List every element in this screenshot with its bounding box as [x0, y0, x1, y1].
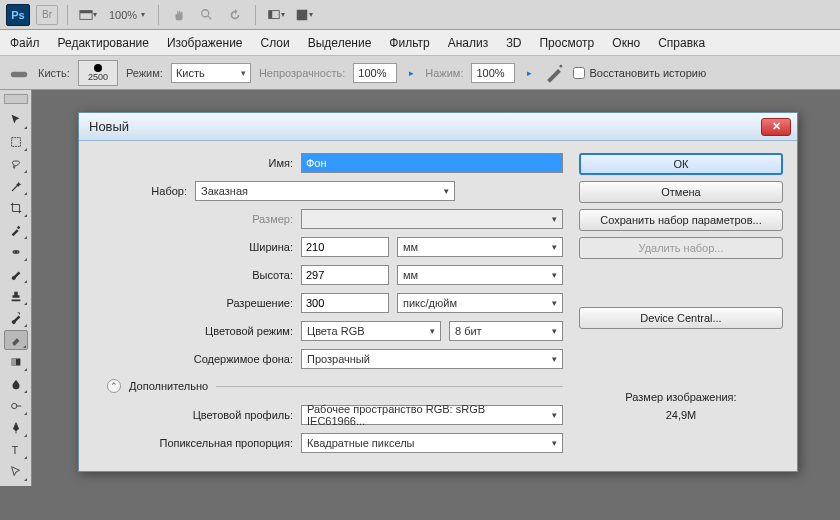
- crop-tool-icon[interactable]: [4, 198, 28, 218]
- height-input[interactable]: [301, 265, 389, 285]
- svg-text:T: T: [11, 444, 18, 456]
- svg-point-12: [17, 251, 18, 252]
- arrange-icon[interactable]: ▾: [293, 5, 315, 25]
- ok-button[interactable]: ОК: [579, 153, 783, 175]
- delete-preset-button[interactable]: Удалить набор...: [579, 237, 783, 259]
- brush-tool-icon[interactable]: [4, 264, 28, 284]
- menu-layer[interactable]: Слои: [261, 36, 290, 50]
- height-unit-select[interactable]: мм: [397, 265, 563, 285]
- cancel-button[interactable]: Отмена: [579, 181, 783, 203]
- blur-tool-icon[interactable]: [4, 374, 28, 394]
- mode-select[interactable]: Кисть: [171, 63, 251, 83]
- width-input[interactable]: [301, 237, 389, 257]
- type-tool-icon[interactable]: T: [4, 440, 28, 460]
- preset-select[interactable]: Заказная: [195, 181, 455, 201]
- close-button[interactable]: ✕: [761, 118, 791, 136]
- eraser-tool-icon[interactable]: [4, 330, 28, 350]
- advanced-toggle-icon[interactable]: ⌃: [107, 379, 121, 393]
- menu-help[interactable]: Справка: [658, 36, 705, 50]
- preset-label: Набор:: [93, 185, 187, 197]
- menu-edit[interactable]: Редактирование: [58, 36, 149, 50]
- save-preset-button[interactable]: Сохранить набор параметров...: [579, 209, 783, 231]
- restore-history-check[interactable]: Восстановить историю: [573, 67, 706, 79]
- brush-preview[interactable]: 2500: [78, 60, 118, 86]
- width-unit-select[interactable]: мм: [397, 237, 563, 257]
- new-document-dialog: Новый ✕ Имя: Набор: Заказная Размер: Шир…: [78, 112, 798, 472]
- dodge-tool-icon[interactable]: [4, 396, 28, 416]
- heal-tool-icon[interactable]: [4, 242, 28, 262]
- colormode-label: Цветовой режим:: [93, 325, 293, 337]
- image-size-label: Размер изображения:: [579, 391, 783, 403]
- bgcontents-label: Содержимое фона:: [93, 353, 293, 365]
- current-tool-icon[interactable]: [8, 63, 30, 83]
- eyedropper-tool-icon[interactable]: [4, 220, 28, 240]
- image-size-value: 24,9M: [579, 409, 783, 421]
- tool-panel-grip[interactable]: [4, 94, 28, 104]
- pixelratio-select[interactable]: Квадратные пикселы: [301, 433, 563, 453]
- pressure-label: Нажим:: [425, 67, 463, 79]
- pen-tool-icon[interactable]: [4, 418, 28, 438]
- app-logo-ps[interactable]: Ps: [6, 4, 30, 26]
- advanced-label: Дополнительно: [129, 380, 208, 392]
- opacity-value[interactable]: 100%: [353, 63, 397, 83]
- pressure-value[interactable]: 100%: [471, 63, 515, 83]
- app-logo-bridge[interactable]: Br: [36, 5, 58, 25]
- colordepth-select[interactable]: 8 бит: [449, 321, 563, 341]
- pressure-arrow-icon[interactable]: ▸: [523, 63, 535, 83]
- svg-rect-14: [11, 359, 15, 366]
- zoom-icon[interactable]: [196, 5, 218, 25]
- menu-bar: Файл Редактирование Изображение Слои Выд…: [0, 30, 840, 56]
- svg-rect-1: [80, 10, 92, 13]
- svg-rect-9: [11, 138, 20, 147]
- height-label: Высота:: [93, 269, 293, 281]
- brush-label: Кисть:: [38, 67, 70, 79]
- svg-rect-10: [12, 250, 19, 254]
- svg-point-11: [13, 251, 14, 252]
- menu-file[interactable]: Файл: [10, 36, 40, 50]
- lasso-tool-icon[interactable]: [4, 154, 28, 174]
- svg-point-2: [202, 9, 209, 16]
- film-icon[interactable]: ▾: [77, 5, 99, 25]
- history-brush-tool-icon[interactable]: [4, 308, 28, 328]
- colorprofile-select[interactable]: Рабочее пространство RGB: sRGB IEC61966.…: [301, 405, 563, 425]
- colormode-select[interactable]: Цвета RGB: [301, 321, 441, 341]
- tool-panel: T: [0, 90, 32, 486]
- svg-rect-7: [11, 71, 28, 77]
- move-tool-icon[interactable]: [4, 110, 28, 130]
- menu-analysis[interactable]: Анализ: [448, 36, 489, 50]
- marquee-tool-icon[interactable]: [4, 132, 28, 152]
- zoom-level[interactable]: 100%▾: [105, 9, 149, 21]
- name-label: Имя:: [93, 157, 293, 169]
- gradient-tool-icon[interactable]: [4, 352, 28, 372]
- hand-icon[interactable]: [168, 5, 190, 25]
- rotate-icon[interactable]: [224, 5, 246, 25]
- menu-3d[interactable]: 3D: [506, 36, 521, 50]
- stamp-tool-icon[interactable]: [4, 286, 28, 306]
- wand-tool-icon[interactable]: [4, 176, 28, 196]
- size-select[interactable]: [301, 209, 563, 229]
- width-label: Ширина:: [93, 241, 293, 253]
- bgcontents-select[interactable]: Прозрачный: [301, 349, 563, 369]
- screen-mode-icon[interactable]: ▾: [265, 5, 287, 25]
- opacity-arrow-icon[interactable]: ▸: [405, 63, 417, 83]
- size-label: Размер:: [93, 213, 293, 225]
- colorprofile-label: Цветовой профиль:: [93, 409, 293, 421]
- device-central-button[interactable]: Device Central...: [579, 307, 783, 329]
- app-header: Ps Br ▾ 100%▾ ▾ ▾: [0, 0, 840, 30]
- dialog-titlebar[interactable]: Новый ✕: [79, 113, 797, 141]
- resolution-input[interactable]: [301, 293, 389, 313]
- svg-point-15: [11, 403, 16, 408]
- airbrush-icon[interactable]: [543, 63, 565, 83]
- svg-rect-6: [297, 9, 308, 20]
- pixelratio-label: Попиксельная пропорция:: [93, 437, 293, 449]
- name-input[interactable]: [301, 153, 563, 173]
- opacity-label: Непрозрачность:: [259, 67, 345, 79]
- path-tool-icon[interactable]: [4, 462, 28, 482]
- menu-window[interactable]: Окно: [612, 36, 640, 50]
- svg-rect-5: [269, 10, 273, 18]
- menu-select[interactable]: Выделение: [308, 36, 372, 50]
- menu-filter[interactable]: Фильтр: [389, 36, 429, 50]
- resolution-unit-select[interactable]: пикс/дюйм: [397, 293, 563, 313]
- menu-view[interactable]: Просмотр: [539, 36, 594, 50]
- menu-image[interactable]: Изображение: [167, 36, 243, 50]
